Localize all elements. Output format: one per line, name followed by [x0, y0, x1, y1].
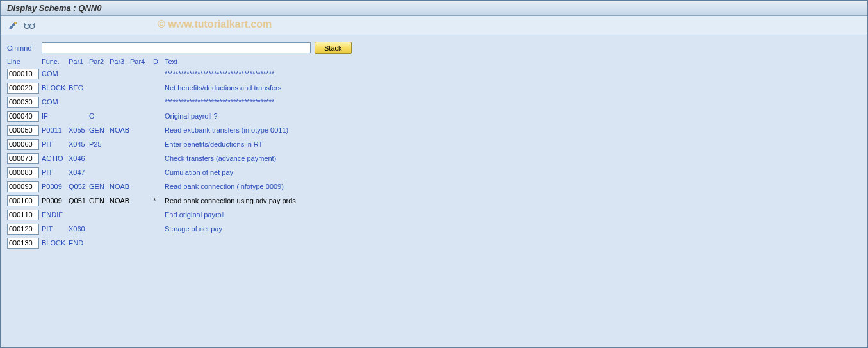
- cell-func[interactable]: COM: [42, 98, 69, 106]
- line-input[interactable]: [7, 210, 39, 220]
- cell-func[interactable]: BLOCK: [42, 84, 69, 92]
- cell-text[interactable]: Storage of net pay: [165, 225, 861, 233]
- line-input[interactable]: [7, 83, 39, 94]
- header-par4: Par4: [130, 58, 153, 65]
- svg-point-1: [30, 24, 35, 28]
- line-input[interactable]: [7, 238, 39, 249]
- cell-par2[interactable]: GEN: [89, 183, 110, 190]
- table-row: COM*************************************…: [7, 67, 861, 80]
- cell-text[interactable]: Read bank connection (infotype 0009): [165, 183, 861, 190]
- cell-text[interactable]: Enter benefits/deductions in RT: [165, 140, 861, 148]
- cell-text[interactable]: Read ext.bank transfers (infotype 0011): [165, 126, 861, 134]
- line-input[interactable]: [7, 153, 39, 164]
- cell-par2[interactable]: GEN: [89, 126, 110, 134]
- glasses-icon[interactable]: [24, 20, 35, 31]
- table-row: ENDIFEnd original payroll: [7, 208, 861, 221]
- title-bar: Display Schema : QNN0: [1, 1, 867, 16]
- cmmnd-input[interactable]: [42, 42, 311, 53]
- line-input[interactable]: [7, 224, 39, 235]
- rows-container: COM*************************************…: [7, 67, 861, 249]
- cell-func[interactable]: P0009: [42, 183, 69, 190]
- cell-text: Read bank connection using adv pay prds: [165, 197, 861, 204]
- cmmnd-row: Cmmnd Stack: [7, 42, 861, 54]
- edit-icon[interactable]: [7, 20, 19, 31]
- table-row: ACTIOX046 Check transfers (advance payme…: [7, 152, 861, 165]
- cell-text[interactable]: ****************************************: [165, 70, 861, 78]
- cell-par1[interactable]: X046: [69, 154, 89, 162]
- cell-func[interactable]: PIT: [42, 169, 69, 176]
- cell-par3: NOAB: [110, 197, 130, 204]
- cell-par1[interactable]: X045: [69, 140, 89, 148]
- cell-par1[interactable]: X055: [69, 126, 89, 134]
- table-row: PITX060Storage of net pay: [7, 222, 861, 235]
- table-row: COM*************************************…: [7, 95, 861, 108]
- cell-par2[interactable]: P25: [89, 140, 110, 148]
- header-par2: Par2: [89, 58, 110, 65]
- cell-par1: Q051: [69, 197, 89, 204]
- cell-func[interactable]: P0011: [42, 126, 69, 134]
- line-input[interactable]: [7, 195, 39, 206]
- stack-button[interactable]: Stack: [315, 42, 352, 54]
- table-row: PITX047 Cumulation of net pay: [7, 166, 861, 179]
- cell-func[interactable]: PIT: [42, 225, 69, 233]
- header-d: D: [153, 58, 165, 65]
- header-par1: Par1: [69, 58, 89, 65]
- cell-func: P0009: [42, 197, 69, 204]
- cell-par1[interactable]: X047: [69, 169, 89, 176]
- header-text: Text: [165, 58, 861, 65]
- cell-par2[interactable]: O: [89, 112, 110, 120]
- cell-func[interactable]: COM: [42, 70, 69, 78]
- line-input[interactable]: [7, 97, 39, 108]
- cell-par2: GEN: [89, 197, 110, 204]
- line-input[interactable]: [7, 111, 39, 122]
- cell-par1[interactable]: Q052: [69, 183, 89, 190]
- cell-func[interactable]: IF: [42, 112, 69, 120]
- header-func: Func.: [42, 58, 69, 65]
- cell-text[interactable]: ****************************************: [165, 98, 861, 106]
- table-row: P0009Q051GENNOAB*Read bank connection us…: [7, 194, 861, 207]
- cell-d: *: [153, 197, 165, 204]
- cell-text[interactable]: Net benefits/deductions and transfers: [165, 84, 861, 92]
- cell-text[interactable]: Original payroll ?: [165, 112, 861, 120]
- cell-par1[interactable]: END: [69, 239, 89, 247]
- table-row: P0011X055GENNOAB Read ext.bank transfers…: [7, 124, 861, 137]
- line-input[interactable]: [7, 69, 39, 79]
- cell-func[interactable]: ENDIF: [42, 211, 69, 219]
- watermark: © www.tutorialkart.com: [158, 19, 272, 30]
- content-area: Cmmnd Stack Line Func. Par1 Par2 Par3 Pa…: [1, 35, 867, 257]
- table-header: Line Func. Par1 Par2 Par3 Par4 D Text: [7, 58, 861, 65]
- cmmnd-label: Cmmnd: [7, 44, 38, 52]
- cell-text[interactable]: Cumulation of net pay: [165, 169, 861, 176]
- header-par3: Par3: [110, 58, 130, 65]
- table-row: BLOCKEND: [7, 236, 861, 249]
- cell-text[interactable]: Check transfers (advance payment): [165, 154, 861, 162]
- page-title: Display Schema : QNN0: [7, 3, 101, 13]
- line-input[interactable]: [7, 139, 39, 150]
- cell-par3[interactable]: NOAB: [110, 126, 130, 134]
- header-line: Line: [7, 58, 42, 65]
- line-input[interactable]: [7, 167, 39, 178]
- toolbar: © www.tutorialkart.com: [1, 16, 867, 35]
- cell-func[interactable]: BLOCK: [42, 239, 69, 247]
- table-row: IFOOriginal payroll ?: [7, 110, 861, 122]
- cell-par1[interactable]: X060: [69, 225, 89, 233]
- table-row: PITX045P25 Enter benefits/deductions in …: [7, 138, 861, 151]
- line-input[interactable]: [7, 181, 39, 192]
- cell-par3[interactable]: NOAB: [110, 183, 130, 190]
- svg-point-0: [25, 24, 29, 28]
- line-input[interactable]: [7, 125, 39, 136]
- table-row: P0009Q052GENNOABRead bank connection (in…: [7, 180, 861, 193]
- cell-func[interactable]: ACTIO: [42, 154, 69, 162]
- table-row: BLOCKBEGNet benefits/deductions and tran…: [7, 81, 861, 94]
- cell-par1[interactable]: BEG: [69, 84, 89, 92]
- cell-func[interactable]: PIT: [42, 140, 69, 148]
- cell-text[interactable]: End original payroll: [165, 211, 861, 219]
